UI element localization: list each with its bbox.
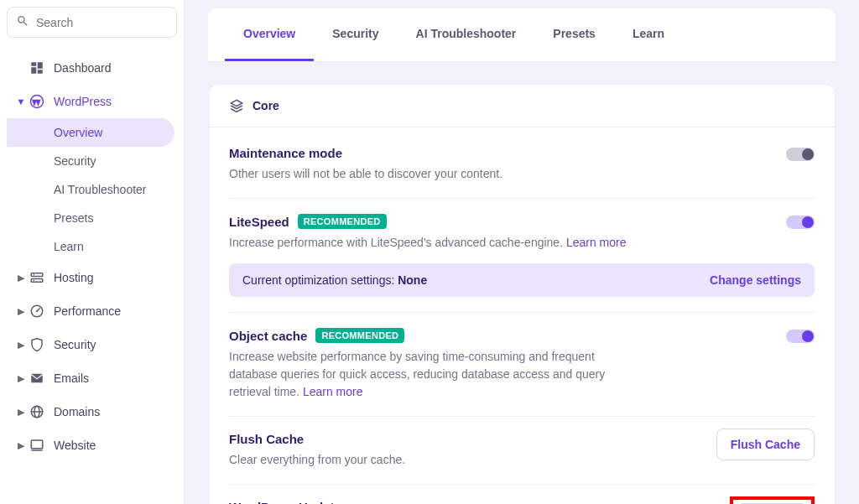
change-settings-link[interactable]: Change settings [710,273,801,287]
sidebar-label: WordPress [54,95,112,108]
chevron-right-icon: ▶ [15,440,27,451]
chevron-right-icon: ▶ [15,306,27,317]
sidebar-sub-ai-troubleshooter[interactable]: AI Troubleshooter [7,175,177,204]
sidebar-item-hosting[interactable]: ▶ Hosting [7,261,177,294]
tabs: Overview Security AI Troubleshooter Pres… [208,8,836,62]
sidebar-item-dashboard[interactable]: Dashboard [7,51,177,85]
sidebar-item-emails[interactable]: ▶ Emails [7,361,177,395]
tab-security[interactable]: Security [314,8,397,61]
flush-desc: Clear everything from your cache. [229,451,682,469]
litespeed-panel-prefix: Current optimization settings: [242,273,398,287]
sidebar-sub-wordpress: Overview Security AI Troubleshooter Pres… [7,118,177,261]
row-object-cache: Object cache RECOMMENDED Increase websit… [229,313,815,417]
row-litespeed: LiteSpeed RECOMMENDED Increase performan… [229,199,815,313]
litespeed-learn-more-link[interactable]: Learn more [566,236,627,249]
search-input[interactable] [36,16,168,29]
litespeed-panel-value: None [398,273,427,287]
performance-icon [29,303,45,320]
sidebar-label: Domains [54,405,100,418]
sidebar-label: Hosting [54,271,93,284]
sidebar-label: Performance [54,304,121,318]
litespeed-title: LiteSpeed [229,215,289,229]
sidebar-sub-overview[interactable]: Overview [7,118,174,147]
sidebar-item-website[interactable]: ▶ Website [7,429,177,462]
litespeed-settings-panel: Current optimization settings: None Chan… [229,263,815,297]
core-card: Core Maintenance mode Other users will n… [208,84,836,504]
chevron-right-icon: ▶ [15,340,27,351]
objectcache-desc: Increase website performance by saving t… [229,350,605,398]
maintenance-toggle[interactable] [786,148,815,161]
sidebar-label: Security [54,338,96,351]
litespeed-desc: Increase performance with LiteSpeed's ad… [229,236,566,249]
sidebar-label: Emails [54,372,89,385]
objectcache-learn-more-link[interactable]: Learn more [303,385,363,398]
svg-rect-0 [31,62,36,66]
svg-point-10 [36,310,38,312]
sidebar-sub-security[interactable]: Security [7,147,177,175]
recommended-badge: RECOMMENDED [298,214,387,229]
svg-rect-1 [38,62,43,69]
layers-icon [229,98,244,113]
core-card-header: Core [209,85,835,127]
flush-title: Flush Cache [229,432,304,446]
sidebar: Dashboard ▼ WordPress Overview Security … [0,0,185,504]
maintenance-desc: Other users will not be able to discover… [229,165,682,183]
svg-rect-2 [31,67,36,74]
tab-ai-troubleshooter[interactable]: AI Troubleshooter [398,8,535,61]
sidebar-label: Website [54,439,96,452]
search-icon [16,14,36,30]
email-icon [29,370,45,387]
sidebar-item-performance[interactable]: ▶ Performance [7,294,177,328]
tab-overview[interactable]: Overview [225,8,314,61]
svg-rect-14 [31,440,43,449]
globe-icon [29,403,45,420]
row-flush-cache: Flush Cache Clear everything from your c… [229,417,815,485]
core-title: Core [252,99,279,112]
sidebar-sub-presets[interactable]: Presets [7,204,177,232]
main-content: Overview Security AI Troubleshooter Pres… [185,0,859,504]
litespeed-toggle[interactable] [786,216,815,229]
chevron-right-icon: ▶ [15,407,27,418]
objectcache-toggle[interactable] [786,330,815,343]
objectcache-title: Object cache [229,329,307,343]
search-input-wrapper[interactable] [7,7,177,38]
highlight-annotation: Change [730,496,815,504]
row-maintenance: Maintenance mode Other users will not be… [229,131,815,199]
wordpress-icon [29,93,45,110]
sidebar-item-wordpress[interactable]: ▼ WordPress [7,85,177,118]
svg-rect-5 [31,273,43,277]
website-icon [29,437,45,454]
svg-rect-11 [31,374,43,383]
sidebar-item-security[interactable]: ▶ Security [7,328,177,361]
chevron-right-icon: ▶ [15,273,27,283]
sidebar-item-domains[interactable]: ▶ Domains [7,395,177,429]
shield-icon [29,336,45,353]
sidebar-sub-learn[interactable]: Learn [7,232,177,261]
tab-presets[interactable]: Presets [534,8,614,61]
recommended-badge: RECOMMENDED [315,328,404,343]
svg-rect-3 [38,70,43,74]
svg-rect-6 [31,279,43,283]
chevron-right-icon: ▶ [15,373,27,384]
dashboard-icon [29,60,45,76]
hosting-icon [29,269,45,286]
svg-point-8 [34,280,35,282]
sidebar-label: Dashboard [54,61,112,75]
maintenance-title: Maintenance mode [229,146,342,160]
updates-title: WordPress Updates [229,500,348,504]
tab-learn[interactable]: Learn [614,8,683,61]
flush-cache-button[interactable]: Flush Cache [716,429,815,460]
row-wp-updates: WordPress Updates Only security updates … [229,485,815,504]
svg-point-7 [34,274,35,276]
chevron-down-icon: ▼ [15,96,27,107]
